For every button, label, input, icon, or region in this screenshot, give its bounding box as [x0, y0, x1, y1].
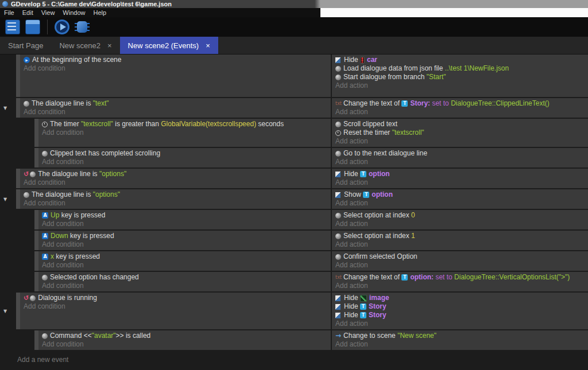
action-line[interactable]: txtChange the text of Toption: set to Di…	[335, 273, 583, 282]
action-line[interactable]: Start dialogue from branch "Start"	[335, 73, 583, 81]
action-line[interactable]: Select option at index 0	[335, 211, 583, 220]
add-condition-link[interactable]: Add condition	[24, 178, 326, 187]
text-segment: "textscroll"	[81, 120, 113, 128]
action-line[interactable]: txtChange the text of TStory: set to Dia…	[335, 99, 583, 108]
event-drag-handle[interactable]	[16, 98, 20, 118]
action-line[interactable]: Scroll clipped text	[335, 120, 583, 128]
tab-start-page[interactable]: Start Page	[0, 37, 51, 54]
debug-icon[interactable]	[75, 20, 90, 34]
text-segment: seconds	[256, 120, 284, 128]
event-drag-handle[interactable]	[16, 293, 20, 329]
action-line[interactable]: Load dialogue data from json file ..\tes…	[335, 64, 583, 73]
add-action-link[interactable]: Add action	[335, 261, 583, 270]
event-drag-handle[interactable]	[16, 169, 20, 188]
menu-file[interactable]: File	[0, 9, 18, 16]
add-action-link[interactable]: Add action	[335, 240, 583, 249]
add-action-link[interactable]: Add action	[335, 320, 583, 328]
add-condition-link[interactable]: Add condition	[42, 340, 326, 349]
condition-line[interactable]: The timer "textscroll" is greater than G…	[42, 120, 326, 128]
condition-line[interactable]: Selected option has changed	[42, 273, 326, 282]
text-object-icon: T	[360, 303, 366, 310]
add-action-link[interactable]: Add action	[335, 282, 583, 290]
add-new-event-link[interactable]: Add a new event	[17, 356, 588, 364]
action-line[interactable]: Reset the timer "textscroll"	[335, 128, 583, 137]
condition-line[interactable]: Clipped text has completed scrolling	[42, 149, 326, 158]
condition-line[interactable]: Ax key is pressed	[42, 252, 326, 261]
tab-close-icon[interactable]: ×	[107, 41, 112, 50]
event-drag-handle[interactable]	[34, 251, 38, 271]
event-drag-handle[interactable]	[34, 210, 38, 229]
collapse-arrow-icon[interactable]: ▼	[3, 197, 7, 202]
condition-line[interactable]: ↺The dialogue line is "options"	[24, 170, 326, 178]
tab-new-scene2-events-[interactable]: New scene2 (Events)×	[120, 37, 218, 54]
add-condition-link[interactable]: Add condition	[42, 282, 326, 290]
add-action-link[interactable]: Add action	[335, 158, 583, 166]
action-line[interactable]: Hide image	[335, 294, 583, 302]
action-line[interactable]: Confirm selected Option	[335, 252, 583, 261]
add-action-link[interactable]: Add action	[335, 340, 583, 349]
event-drag-handle[interactable]	[34, 272, 38, 291]
condition-line[interactable]: ADown key is pressed	[42, 232, 326, 240]
condition-line[interactable]: The dialogue line is "options"	[24, 190, 326, 199]
action-dot-icon	[335, 254, 341, 260]
collapse-arrow-icon[interactable]: ▼	[3, 106, 7, 111]
tab-close-icon[interactable]: ×	[206, 41, 210, 50]
action-line[interactable]: Hide car	[335, 56, 583, 64]
condition-line[interactable]: AUp key is pressed	[42, 211, 326, 220]
add-action-link[interactable]: Add action	[335, 178, 583, 187]
add-action-link[interactable]: Add action	[335, 220, 583, 228]
condition-dot-icon	[24, 101, 29, 107]
conditions-cell: ▶At the beginning of the sceneAdd condit…	[20, 54, 331, 97]
event-drag-handle[interactable]	[34, 119, 38, 147]
preview-play-icon[interactable]	[55, 20, 69, 34]
conditions-cell: Clipped text has completed scrollingAdd …	[38, 148, 331, 168]
actions-cell: →Change to scene "New scene"Add action	[332, 330, 588, 350]
condition-line[interactable]: ▶At the beginning of the scene	[24, 56, 326, 64]
timer-icon	[335, 130, 341, 136]
add-condition-link[interactable]: Add condition	[42, 261, 326, 270]
event-drag-handle[interactable]	[34, 231, 38, 250]
condition-line[interactable]: Command <<"avatar">> is called	[42, 332, 326, 340]
action-line[interactable]: Go to the next dialogue line	[335, 149, 583, 158]
collapse-arrow-icon[interactable]: ▼	[3, 309, 7, 314]
action-dot-icon	[335, 213, 341, 219]
add-condition-link[interactable]: Add condition	[24, 302, 326, 311]
add-action-link[interactable]: Add action	[335, 137, 583, 146]
event-drag-handle[interactable]	[16, 54, 20, 97]
add-action-link[interactable]: Add action	[335, 199, 583, 208]
condition-line[interactable]: The dialogue line is "text"	[24, 99, 326, 108]
event-drag-handle[interactable]	[34, 148, 38, 168]
add-condition-link[interactable]: Add condition	[24, 108, 326, 116]
add-condition-link[interactable]: Add condition	[24, 64, 326, 73]
add-condition-link[interactable]: Add condition	[42, 220, 326, 228]
scene-editor-icon[interactable]	[25, 20, 40, 34]
action-line[interactable]: Hide TStory	[335, 311, 583, 320]
menu-help[interactable]: Help	[89, 9, 110, 16]
menu-view[interactable]: View	[37, 9, 59, 16]
menu-window[interactable]: Window	[59, 9, 89, 16]
event-drag-handle[interactable]	[16, 189, 20, 209]
add-action-link[interactable]: Add action	[335, 108, 583, 116]
action-line[interactable]: Select option at index 1	[335, 232, 583, 240]
tab-new-scene2[interactable]: New scene2×	[51, 37, 119, 54]
add-condition-link[interactable]: Add condition	[42, 128, 326, 137]
text-segment: car	[367, 56, 377, 64]
action-line[interactable]: Hide TStory	[335, 302, 583, 311]
actions-cell: Select option at index 0Add action	[332, 210, 588, 229]
add-condition-link[interactable]: Add condition	[42, 158, 326, 166]
event-row: Ax key is pressedAdd conditionConfirm se…	[34, 251, 588, 271]
menu-edit[interactable]: Edit	[18, 9, 37, 16]
condition-line[interactable]: ↺Dialogue is running	[24, 294, 326, 302]
action-line[interactable]: →Change to scene "New scene"	[335, 332, 583, 340]
condition-dot-icon	[30, 295, 36, 301]
add-condition-link[interactable]: Add condition	[42, 240, 326, 249]
add-action-link[interactable]: Add action	[335, 81, 583, 90]
event-drag-handle[interactable]	[34, 330, 38, 350]
add-condition-link[interactable]: Add condition	[24, 199, 326, 208]
conditions-cell: Command <<"avatar">> is calledAdd condit…	[38, 330, 331, 350]
action-line[interactable]: Hide Toption	[335, 170, 583, 178]
action-line[interactable]: Show Toption	[335, 190, 583, 199]
project-manager-icon[interactable]	[5, 20, 20, 34]
text-segment: ..\test 1\NewFile.json	[445, 64, 509, 73]
text-segment: option:	[410, 273, 434, 282]
